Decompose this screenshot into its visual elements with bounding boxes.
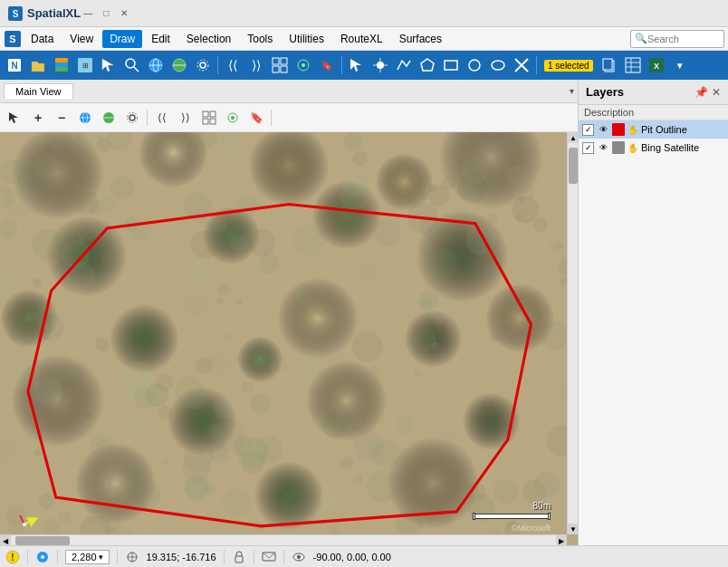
map-bookmark-button[interactable]: 🔖 bbox=[245, 107, 267, 129]
map-zoomin-button[interactable]: + bbox=[27, 107, 49, 129]
menu-routexl[interactable]: RouteXL bbox=[333, 30, 390, 48]
map-settings-button[interactable] bbox=[121, 107, 143, 129]
svg-rect-7 bbox=[55, 62, 68, 67]
tb-globe-button[interactable] bbox=[145, 54, 167, 76]
close-button[interactable]: ✕ bbox=[117, 6, 131, 21]
status-coord-icon bbox=[125, 550, 139, 564]
app-menu-logo: S bbox=[4, 30, 22, 48]
app-logo: S SpatialXL bbox=[7, 5, 81, 22]
tb-zoom-button[interactable] bbox=[121, 54, 143, 76]
tb-point-button[interactable] bbox=[369, 54, 391, 76]
layer-color-pit bbox=[612, 123, 625, 136]
svg-rect-69 bbox=[235, 556, 243, 562]
layer-drag-pit: ✋ bbox=[627, 125, 638, 135]
tb-grid-button[interactable] bbox=[269, 54, 291, 76]
menu-data[interactable]: Data bbox=[24, 30, 61, 48]
tb-bookmark-button[interactable]: 🔖 bbox=[316, 54, 338, 76]
minimize-button[interactable]: — bbox=[81, 6, 95, 21]
layer-item-bing-satellite[interactable]: ✓ 👁 ✋ Bing Satellite bbox=[579, 139, 728, 157]
title-bar: S SpatialXL — □ ✕ bbox=[0, 0, 728, 27]
map-fwd2-button[interactable]: ⟩⟩ bbox=[175, 107, 196, 129]
menu-view[interactable]: View bbox=[62, 30, 101, 48]
layers-pin-button[interactable]: 📌 bbox=[694, 86, 708, 99]
menu-draw[interactable]: Draw bbox=[102, 30, 142, 48]
status-lock-icon bbox=[232, 550, 246, 564]
polygon-icon bbox=[419, 57, 436, 73]
zoom-dropdown[interactable]: ▾ bbox=[99, 553, 103, 562]
tb-back-button[interactable]: ⟨⟨ bbox=[222, 54, 244, 76]
menu-utilities[interactable]: Utilities bbox=[282, 30, 331, 48]
search-input[interactable] bbox=[647, 34, 720, 44]
scrollbar-up-button[interactable]: ▲ bbox=[568, 132, 578, 143]
menu-selection[interactable]: Selection bbox=[179, 30, 238, 48]
tb-select-button[interactable] bbox=[98, 54, 120, 76]
circle-icon bbox=[466, 57, 483, 73]
tb-table-button[interactable] bbox=[622, 54, 644, 76]
svg-line-13 bbox=[134, 67, 139, 72]
tb-line-button[interactable] bbox=[393, 54, 415, 76]
map-cursor-button[interactable] bbox=[4, 107, 25, 129]
tb-settings-button[interactable] bbox=[192, 54, 214, 76]
tb-ellipse-button[interactable] bbox=[487, 54, 509, 76]
scrollbar-down-button[interactable]: ▼ bbox=[568, 524, 578, 534]
tb-open-button[interactable] bbox=[27, 54, 49, 76]
main-view-tab[interactable]: Main View bbox=[4, 83, 73, 99]
svg-point-33 bbox=[469, 60, 480, 71]
tb-new-button[interactable]: N bbox=[4, 54, 25, 76]
map-scrollbar-horizontal[interactable]: ◀ ▶ bbox=[0, 534, 567, 545]
tb-layer2-button[interactable] bbox=[292, 54, 314, 76]
search-box[interactable]: 🔍 bbox=[630, 30, 724, 48]
tb-filter-button[interactable]: ⊞ bbox=[74, 54, 96, 76]
status-sep-5 bbox=[254, 550, 254, 564]
lock-icon bbox=[232, 550, 246, 564]
layer-checkbox-bing[interactable]: ✓ bbox=[582, 142, 594, 154]
menu-tools[interactable]: Tools bbox=[240, 30, 280, 48]
svg-rect-54 bbox=[210, 111, 216, 117]
view-tab-dropdown[interactable]: ▾ bbox=[570, 86, 574, 96]
tb-delete-button[interactable] bbox=[511, 54, 532, 76]
layer-item-pit-outline[interactable]: ✓ 👁 ✋ Pit Outline bbox=[579, 120, 728, 139]
map-grid-button[interactable] bbox=[198, 107, 220, 129]
layer-name-pit: Pit Outline bbox=[641, 124, 724, 135]
tb-globe2-button[interactable] bbox=[168, 54, 190, 76]
map-globe2-button[interactable] bbox=[98, 107, 120, 129]
map-viewport[interactable]: 80m ©Microsoft bbox=[0, 132, 578, 545]
map-toolbar: + − ⟨⟨ ⟩⟩ 🔖 bbox=[0, 103, 578, 132]
tb-copy-button[interactable] bbox=[599, 54, 620, 76]
tb-forward-button[interactable]: ⟩⟩ bbox=[245, 54, 267, 76]
map-back2-button[interactable]: ⟨⟨ bbox=[151, 107, 173, 129]
menu-edit[interactable]: Edit bbox=[144, 30, 177, 48]
ellipse-icon bbox=[490, 57, 506, 73]
layer-checkbox-pit[interactable]: ✓ bbox=[582, 124, 594, 136]
scrollbar-right-button[interactable]: ▶ bbox=[556, 535, 567, 545]
svg-point-34 bbox=[492, 61, 504, 70]
layers-header: Layers 📌 ✕ bbox=[579, 80, 728, 105]
scrollbar-hthumb[interactable] bbox=[15, 536, 70, 545]
svg-rect-39 bbox=[626, 58, 640, 72]
layer-visibility-pit[interactable]: 👁 bbox=[597, 123, 609, 136]
scrollbar-thumb[interactable] bbox=[569, 148, 578, 184]
maximize-button[interactable]: □ bbox=[99, 6, 113, 21]
tb-excel-button[interactable]: X bbox=[646, 54, 667, 76]
scale-bar: 80m bbox=[473, 501, 551, 520]
tb-circle-button[interactable] bbox=[464, 54, 485, 76]
svg-marker-31 bbox=[421, 59, 434, 71]
zoom-value-box[interactable]: 2,280 ▾ bbox=[65, 550, 110, 564]
excel-icon: X bbox=[648, 57, 665, 73]
map-scrollbar-vertical[interactable]: ▲ ▼ bbox=[567, 132, 578, 534]
tb-rect-button[interactable] bbox=[440, 54, 462, 76]
scrollbar-left-button[interactable]: ◀ bbox=[0, 535, 11, 545]
map-zoomout-button[interactable]: − bbox=[51, 107, 72, 129]
tb-dropdown-button[interactable]: ▼ bbox=[669, 54, 691, 76]
menu-surfaces[interactable]: Surfaces bbox=[392, 30, 449, 48]
tb-layer-button[interactable] bbox=[51, 54, 72, 76]
layer-visibility-bing[interactable]: 👁 bbox=[597, 141, 609, 154]
map-layer-button[interactable] bbox=[222, 107, 244, 129]
tb-cursor-button[interactable] bbox=[346, 54, 368, 76]
polygon-overlay bbox=[0, 132, 578, 545]
layers-close-button[interactable]: ✕ bbox=[712, 86, 721, 99]
toolbar-sep-2 bbox=[341, 56, 342, 74]
tb-poly-button[interactable] bbox=[417, 54, 438, 76]
status-coordinates: 19.315; -16.716 bbox=[147, 552, 216, 562]
map-globe-button[interactable] bbox=[74, 107, 96, 129]
